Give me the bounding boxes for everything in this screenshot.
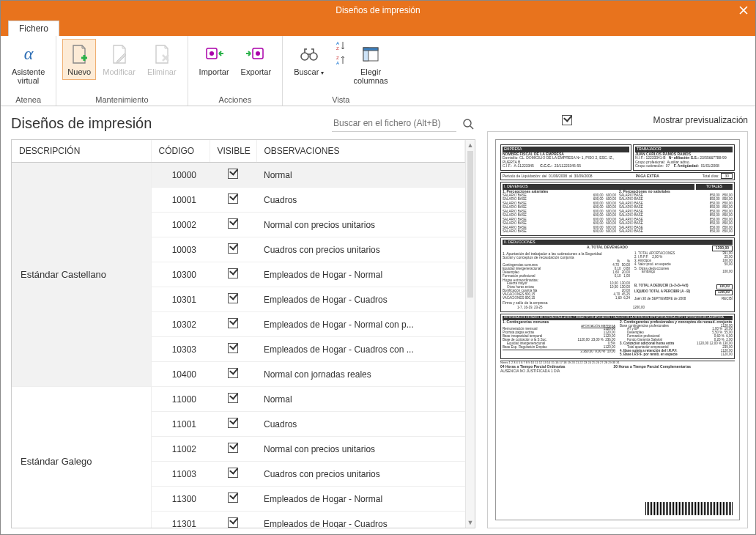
cell-codigo: 11300 (151, 487, 210, 512)
cell-visible[interactable] (210, 437, 256, 462)
scroll-thumb[interactable] (467, 151, 473, 298)
visible-checkbox[interactable] (228, 169, 238, 179)
svg-point-4 (256, 51, 260, 56)
cell-codigo: 10002 (151, 213, 210, 237)
visible-checkbox[interactable] (228, 443, 238, 453)
visible-checkbox[interactable] (228, 293, 238, 303)
table-row[interactable]: Estándar Castellano10000Normal (12, 163, 465, 188)
export-icon (244, 43, 267, 66)
preview-checkbox[interactable] (562, 115, 572, 125)
designs-table: DESCRIPCIÓN CÓDIGO VISIBLE OBSERVACIONES… (12, 140, 465, 528)
scroll-up-button[interactable]: ▲ (466, 140, 475, 150)
cell-observaciones: Empleados de Hogar - Normal con p... (256, 312, 465, 337)
visible-checkbox[interactable] (228, 318, 238, 328)
search-input[interactable] (332, 115, 456, 132)
visible-checkbox[interactable] (228, 393, 238, 403)
visible-checkbox[interactable] (228, 243, 238, 254)
svg-rect-13 (363, 48, 378, 51)
cell-observaciones: Cuadros (256, 412, 465, 437)
cell-codigo: 11000 (151, 387, 210, 412)
svg-text:A: A (336, 41, 339, 45)
group-label-acciones: Acciones (194, 94, 277, 104)
sort-desc-icon: ZA (334, 54, 346, 66)
elegir-columnas-button[interactable]: Elegir columnas (348, 39, 393, 89)
search-icon-button[interactable] (461, 117, 475, 131)
importar-label: Importar (199, 67, 229, 76)
asistente-label: Asistente virtual (12, 67, 45, 85)
col-observaciones[interactable]: OBSERVACIONES (256, 140, 465, 163)
col-descripcion[interactable]: DESCRIPCIÓN (12, 140, 151, 163)
preview-checkbox-row[interactable]: Mostrar previsualización (487, 115, 748, 125)
svg-point-6 (310, 53, 317, 60)
visible-checkbox[interactable] (228, 193, 238, 204)
preview-panel: Mostrar previsualización EMPRESA NOMBRE … (483, 106, 755, 534)
svg-text:Z: Z (336, 56, 339, 60)
cell-visible[interactable] (210, 462, 256, 487)
visible-checkbox[interactable] (228, 218, 238, 229)
cell-observaciones: Empleados de Hogar - Cuadros (256, 287, 465, 312)
cell-visible[interactable] (210, 412, 256, 437)
buscar-label: Buscar ▾ (294, 67, 324, 76)
visible-checkbox[interactable] (228, 468, 238, 478)
cell-observaciones: Normal con precios unitarios (256, 213, 465, 237)
cell-visible[interactable] (210, 163, 256, 188)
sort-desc-button[interactable]: ZA (333, 54, 346, 67)
scroll-down-button[interactable]: ▼ (466, 517, 475, 528)
cell-codigo: 11301 (151, 512, 210, 528)
document-plus-icon (67, 43, 91, 66)
visible-checkbox[interactable] (228, 368, 238, 378)
cell-codigo: 10303 (151, 337, 210, 362)
group-description: Estándar Galego (12, 387, 151, 528)
main-content: Diseños de impresión DESCRIPCIÓN CÓDIGO … (1, 106, 755, 534)
columnas-label: Elegir columnas (353, 67, 388, 85)
visible-checkbox[interactable] (228, 492, 238, 503)
page-title: Diseños de impresión (11, 115, 152, 132)
ribbon-group-mantenimiento: Nuevo Modificar Eliminar Mantenimiento (56, 36, 188, 106)
asistente-virtual-button[interactable]: α Asistente virtual (7, 39, 50, 89)
visible-checkbox[interactable] (228, 268, 238, 278)
table-row[interactable]: Estándar Galego11000Normal (12, 387, 465, 412)
ribbon-group-vista: Buscar ▾ AZ ZA Elegir columnas Vista (283, 36, 399, 106)
cell-observaciones: Empleados de Hogar - Cuadros (256, 512, 465, 528)
eliminar-label: Eliminar (147, 67, 177, 76)
cell-visible[interactable] (210, 362, 256, 387)
buscar-button[interactable]: Buscar ▾ (289, 39, 329, 80)
exportar-button[interactable]: Exportar (236, 39, 277, 80)
visible-checkbox[interactable] (228, 517, 238, 528)
close-button[interactable] (736, 3, 751, 18)
cell-visible[interactable] (210, 262, 256, 287)
cell-visible[interactable] (210, 487, 256, 512)
alpha-icon: α (17, 43, 40, 66)
cell-codigo: 11001 (151, 412, 210, 437)
cell-visible[interactable] (210, 312, 256, 337)
cell-visible[interactable] (210, 287, 256, 312)
col-visible[interactable]: VISIBLE (210, 140, 256, 163)
cell-codigo: 10302 (151, 312, 210, 337)
document-preview: EMPRESA NOMBRE FISCAL DE LA EMPRESA Domi… (495, 139, 740, 520)
vertical-scrollbar[interactable]: ▲ ▼ (465, 140, 475, 528)
group-label-atenea: Atenea (7, 94, 50, 104)
cell-codigo: 10301 (151, 287, 210, 312)
cell-visible[interactable] (210, 387, 256, 412)
cell-codigo: 11003 (151, 462, 210, 487)
cell-observaciones: Empleados de Hogar - Normal (256, 487, 465, 512)
ribbon-group-acciones: Importar Exportar Acciones (188, 36, 284, 106)
cell-observaciones: Cuadros con precios unitarios (256, 462, 465, 487)
visible-checkbox[interactable] (228, 343, 238, 353)
modificar-label: Modificar (103, 67, 136, 76)
tab-fichero[interactable]: Fichero (8, 21, 59, 36)
cell-visible[interactable] (210, 188, 256, 213)
cell-visible[interactable] (210, 512, 256, 528)
visible-checkbox[interactable] (228, 418, 238, 428)
cell-visible[interactable] (210, 237, 256, 262)
barcode (645, 502, 733, 515)
cell-observaciones: Normal (256, 163, 465, 188)
search-box (332, 115, 475, 132)
sort-asc-button[interactable]: AZ (333, 39, 346, 52)
search-icon (462, 118, 474, 130)
cell-visible[interactable] (210, 213, 256, 237)
col-codigo[interactable]: CÓDIGO (151, 140, 210, 163)
importar-button[interactable]: Importar (194, 39, 234, 80)
nuevo-button[interactable]: Nuevo (62, 39, 96, 80)
cell-visible[interactable] (210, 337, 256, 362)
